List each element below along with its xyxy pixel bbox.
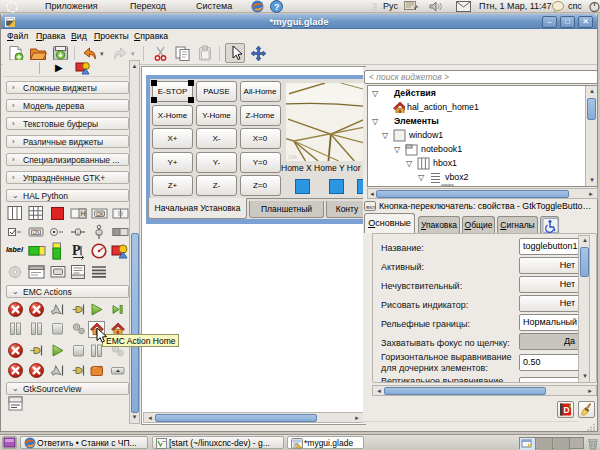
svg-text:H: H [81,210,86,217]
svg-text:вкл: вкл [366,204,376,210]
svg-text:OK: OK [96,211,104,217]
svg-text:ON: ON [33,230,40,235]
svg-text:1%: 1% [288,154,296,160]
svg-text:P: P [72,243,81,258]
svg-text:D: D [564,405,570,415]
svg-text:?: ? [274,2,280,12]
